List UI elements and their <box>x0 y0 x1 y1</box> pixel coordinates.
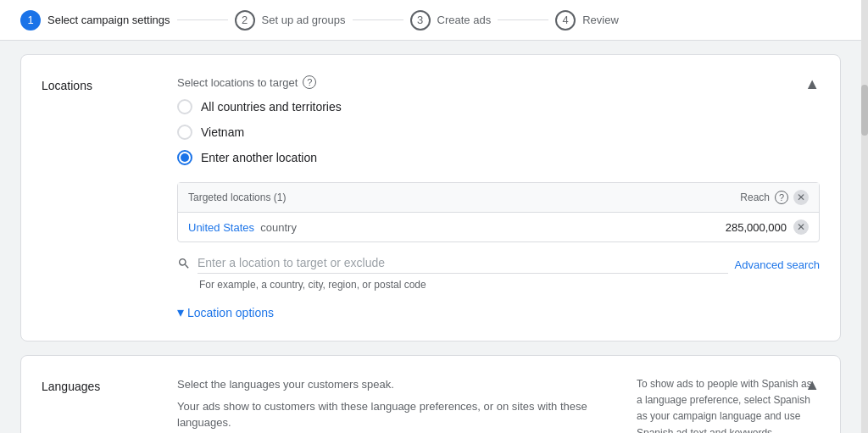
scrollbar-thumb[interactable] <box>861 85 868 136</box>
radio-another-location-circle <box>177 150 192 165</box>
us-type: country <box>260 221 297 234</box>
location-search-input[interactable] <box>198 256 728 274</box>
radio-all-countries-circle <box>177 99 192 114</box>
location-options-label: Location options <box>187 306 274 319</box>
location-options-chevron-icon: ▾ <box>177 304 184 320</box>
scrollbar-track[interactable] <box>861 0 868 433</box>
radio-vietnam-label: Vietnam <box>201 125 244 139</box>
locations-content: Select locations to target ? All countri… <box>177 75 820 320</box>
step-3[interactable]: 3 Create ads <box>410 10 492 31</box>
radio-vietnam[interactable]: Vietnam <box>177 125 820 140</box>
step-2-label: Set up ad groups <box>262 14 346 26</box>
languages-card: Languages Select the languages your cust… <box>20 355 841 433</box>
us-reach: 285,000,000 <box>726 221 787 234</box>
targeted-locations-table: Targeted locations (1) Reach ? ✕ United … <box>177 182 820 242</box>
locations-radio-group: All countries and territories Vietnam En… <box>177 99 820 165</box>
targeted-row-us-left: United States country <box>188 221 297 234</box>
languages-description-2: Your ads show to customers with these la… <box>177 398 616 431</box>
targeted-row-us-right: 285,000,000 ✕ <box>726 219 809 235</box>
targeted-row-us: United States country 285,000,000 ✕ <box>178 213 819 241</box>
location-search-row: Advanced search <box>177 256 820 274</box>
step-3-label: Create ads <box>437 14 492 26</box>
languages-content: Select the languages your customers spea… <box>177 376 616 433</box>
step-1-number: 1 <box>20 10 41 31</box>
step-2[interactable]: 2 Set up ad groups <box>235 10 346 31</box>
step-4-number: 4 <box>555 10 576 31</box>
location-options-toggle[interactable]: ▾ Location options <box>177 304 820 320</box>
stepper-bar: 1 Select campaign settings 2 Set up ad g… <box>0 0 861 41</box>
radio-another-location-label: Enter another location <box>201 151 317 164</box>
radio-vietnam-circle <box>177 125 192 140</box>
languages-aside-info: To show ads to people with Spanish as a … <box>637 376 820 433</box>
step-4[interactable]: 4 Review <box>555 10 619 31</box>
locations-section: Locations Select locations to target ? A… <box>21 55 840 341</box>
step-4-label: Review <box>582 14 619 26</box>
languages-aside-text: To show ads to people with Spanish as a … <box>637 378 812 433</box>
locations-label: Locations <box>42 75 177 92</box>
radio-all-countries-label: All countries and territories <box>201 100 342 114</box>
languages-label: Languages <box>42 376 177 393</box>
targeted-header-label: Targeted locations (1) <box>188 192 286 203</box>
languages-aside: To show ads to people with Spanish as a … <box>616 376 820 433</box>
locations-help-icon[interactable]: ? <box>303 75 316 89</box>
languages-section: Languages Select the languages your cust… <box>21 356 840 433</box>
locations-collapse-button[interactable]: ▲ <box>804 75 820 93</box>
step-connector-3 <box>498 19 548 20</box>
reach-help-icon[interactable]: ? <box>775 191 788 204</box>
stepper-steps: 1 Select campaign settings 2 Set up ad g… <box>20 10 619 31</box>
main-content: Locations Select locations to target ? A… <box>0 41 861 433</box>
step-1-label: Select campaign settings <box>47 14 170 26</box>
us-name: United States <box>188 221 254 234</box>
targeted-header: Targeted locations (1) Reach ? ✕ <box>178 183 819 213</box>
location-search-hint: For example, a country, city, region, or… <box>177 279 820 291</box>
locations-subtitle: Select locations to target ? <box>177 75 820 89</box>
location-search-icon <box>177 257 191 274</box>
targeted-header-close[interactable]: ✕ <box>793 190 809 205</box>
advanced-search-link[interactable]: Advanced search <box>735 258 820 271</box>
radio-all-countries[interactable]: All countries and territories <box>177 99 820 114</box>
languages-description-1: Select the languages your customers spea… <box>177 376 616 393</box>
step-3-number: 3 <box>410 10 431 31</box>
targeted-header-right: Reach ? ✕ <box>740 190 809 205</box>
step-2-number: 2 <box>235 10 255 31</box>
radio-another-location[interactable]: Enter another location <box>177 150 820 165</box>
languages-collapse-button[interactable]: ▲ <box>804 376 820 394</box>
locations-card: Locations Select locations to target ? A… <box>20 54 841 341</box>
step-connector-1 <box>177 19 228 20</box>
us-remove-button[interactable]: ✕ <box>793 219 809 235</box>
reach-label: Reach <box>740 192 770 203</box>
step-connector-2 <box>353 19 403 20</box>
step-1[interactable]: 1 Select campaign settings <box>20 10 170 31</box>
